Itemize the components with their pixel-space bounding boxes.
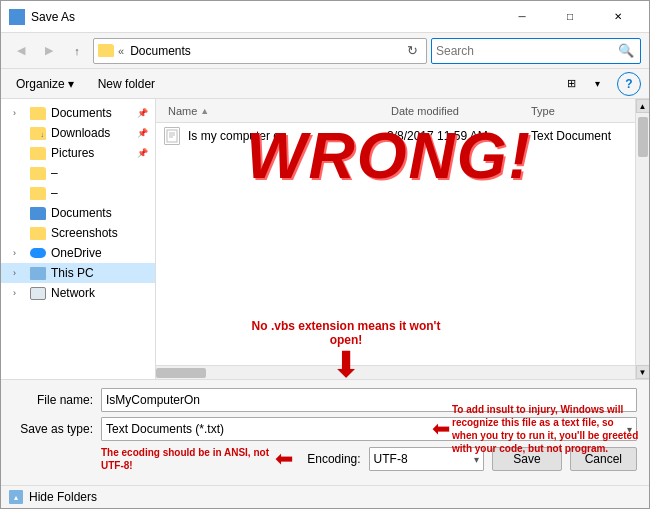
view-icon: ⊞	[567, 77, 576, 90]
encoding-note-text: The ecoding should be in ANSI, not UTF-8…	[101, 446, 273, 472]
dialog-icon	[9, 9, 25, 25]
savetype-dropdown-arrow: ▾	[627, 424, 632, 435]
savetype-label: Save as type:	[13, 422, 93, 436]
file-list-body: Is my computer on 3/8/2017 11:59 AM Text…	[156, 123, 635, 365]
svg-rect-0	[167, 130, 177, 142]
address-toolbar: ◀ ▶ ↑ « ↻ 🔍	[1, 33, 649, 69]
bottom-form: File name: Save as type: Text Documents …	[1, 379, 649, 485]
sidebar-item-dash2[interactable]: –	[1, 183, 155, 203]
encoding-section: The ecoding should be in ANSI, not UTF-8…	[101, 446, 637, 472]
network-icon	[30, 286, 46, 300]
sidebar-item-documents-blue[interactable]: Documents	[1, 203, 155, 223]
encoding-dropdown-arrow: ▾	[474, 454, 479, 465]
hide-folders-icon: ▴	[9, 490, 23, 504]
scrollbar-thumb	[156, 368, 206, 378]
file-type-cell: Text Document	[527, 129, 627, 143]
up-button[interactable]: ↑	[65, 39, 89, 63]
new-folder-button[interactable]: New folder	[89, 73, 164, 95]
sidebar-item-onedrive[interactable]: › OneDrive	[1, 243, 155, 263]
file-pane: WRONG! No .vbs extension means it won't …	[156, 99, 635, 379]
folder-icon-2	[30, 166, 46, 180]
forward-button[interactable]: ▶	[37, 39, 61, 63]
folder-screenshots-icon	[30, 226, 46, 240]
view-dropdown-button[interactable]: ▾	[585, 72, 609, 96]
col-date[interactable]: Date modified	[387, 105, 527, 117]
hide-folders-bar[interactable]: ▴ Hide Folders	[1, 485, 649, 508]
horizontal-scrollbar[interactable]	[156, 365, 635, 379]
col-name[interactable]: Name ▲	[164, 105, 387, 117]
sidebar-item-dash1[interactable]: –	[1, 163, 155, 183]
scroll-down-btn[interactable]: ▼	[636, 365, 650, 379]
address-input[interactable]	[130, 44, 398, 58]
file-date-cell: 3/8/2017 11:59 AM	[383, 129, 523, 143]
filename-label: File name:	[13, 393, 93, 407]
vertical-scrollbar[interactable]: ▲ ▼	[635, 99, 649, 379]
sidebar-item-downloads[interactable]: ↓ Downloads 📌	[1, 123, 155, 143]
title-bar: Save As ─ □ ✕	[1, 1, 649, 33]
expand-arrow: ›	[13, 108, 25, 118]
file-name-cell: Is my computer on	[184, 129, 379, 143]
expand-arrow: ›	[13, 268, 25, 278]
organize-arrow: ▾	[68, 77, 74, 91]
title-bar-controls: ─ □ ✕	[499, 7, 641, 27]
savetype-dropdown[interactable]: Text Documents (*.txt) ▾	[101, 417, 637, 441]
maximize-button[interactable]: □	[547, 7, 593, 27]
sidebar-item-network[interactable]: › Network	[1, 283, 155, 303]
back-button[interactable]: ◀	[9, 39, 33, 63]
organize-toolbar: Organize ▾ New folder ⊞ ▾ ?	[1, 69, 649, 99]
table-row[interactable]: Is my computer on 3/8/2017 11:59 AM Text…	[156, 123, 635, 149]
encoding-arrow-icon: ⬅	[275, 446, 293, 472]
pin-icon: 📌	[137, 148, 147, 158]
pin-icon: 📌	[137, 108, 147, 118]
refresh-button[interactable]: ↻	[402, 41, 422, 61]
scroll-up-btn[interactable]: ▲	[636, 99, 650, 113]
encoding-annotation: The ecoding should be in ANSI, not UTF-8…	[101, 446, 293, 472]
help-button[interactable]: ?	[617, 72, 641, 96]
scroll-thumb	[638, 117, 648, 157]
pc-icon	[30, 266, 46, 280]
hide-folders-label: Hide Folders	[29, 490, 97, 504]
encoding-dropdown[interactable]: UTF-8 ▾	[369, 447, 485, 471]
address-bar: « ↻	[93, 38, 427, 64]
sidebar: › Documents 📌 ↓ Downloads 📌	[1, 99, 156, 379]
dialog-title: Save As	[31, 10, 499, 24]
folder-blue-icon	[30, 206, 46, 220]
encoding-row: The ecoding should be in ANSI, not UTF-8…	[13, 446, 637, 472]
encoding-label: Encoding:	[307, 452, 360, 466]
search-input[interactable]	[436, 44, 616, 58]
scroll-track	[636, 113, 650, 365]
folder-pictures-icon	[30, 146, 46, 160]
filename-row: File name:	[13, 388, 637, 412]
address-breadcrumb-sep: «	[118, 45, 124, 57]
search-icon[interactable]: 🔍	[616, 41, 636, 61]
cancel-button[interactable]: Cancel	[570, 447, 637, 471]
view-buttons: ⊞ ▾	[559, 72, 609, 96]
sidebar-item-pictures[interactable]: Pictures 📌	[1, 143, 155, 163]
folder-icon-3	[30, 186, 46, 200]
address-folder-icon	[98, 44, 114, 57]
savetype-value: Text Documents (*.txt)	[106, 422, 224, 436]
save-as-dialog: Save As ─ □ ✕ ◀ ▶ ↑ « ↻ 🔍 Organize ▾ New…	[0, 0, 650, 509]
main-content: › Documents 📌 ↓ Downloads 📌	[1, 99, 649, 379]
sidebar-item-documents-quick[interactable]: › Documents 📌	[1, 103, 155, 123]
save-button[interactable]: Save	[492, 447, 561, 471]
organize-button[interactable]: Organize ▾	[9, 73, 81, 95]
close-button[interactable]: ✕	[595, 7, 641, 27]
file-doc-icon	[164, 127, 180, 145]
filename-input[interactable]	[101, 388, 637, 412]
organize-label: Organize	[16, 77, 65, 91]
file-list-header: Name ▲ Date modified Type	[156, 99, 635, 123]
folder-downloads-icon: ↓	[30, 126, 46, 140]
expand-arrow: ›	[13, 288, 25, 298]
sidebar-item-this-pc[interactable]: › This PC	[1, 263, 155, 283]
search-box: 🔍	[431, 38, 641, 64]
savetype-row: Save as type: Text Documents (*.txt) ▾ ⬅…	[13, 417, 637, 441]
view-mode-button[interactable]: ⊞	[559, 72, 583, 96]
col-type[interactable]: Type	[527, 105, 627, 117]
minimize-button[interactable]: ─	[499, 7, 545, 27]
onedrive-icon	[30, 246, 46, 260]
sidebar-item-screenshots[interactable]: Screenshots	[1, 223, 155, 243]
folder-icon	[30, 106, 46, 120]
pin-icon: 📌	[137, 128, 147, 138]
expand-arrow: ›	[13, 248, 25, 258]
